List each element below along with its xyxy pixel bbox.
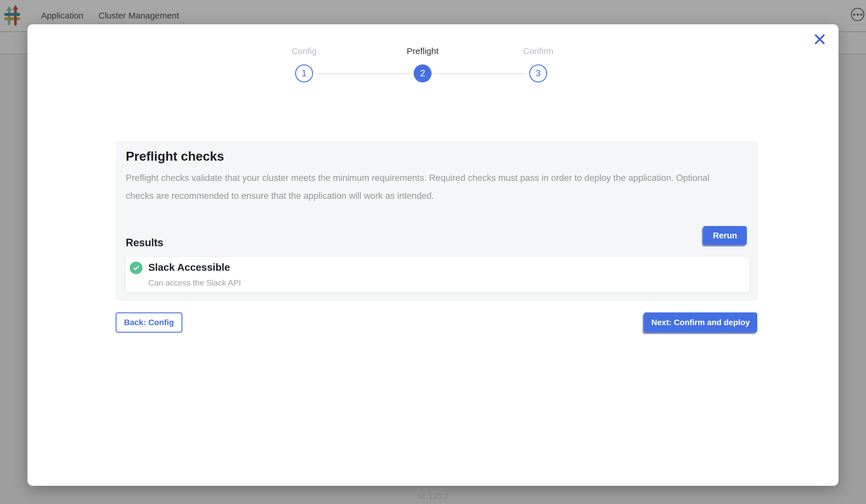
step-circle-config[interactable]: 1: [295, 65, 313, 82]
rerun-button[interactable]: Rerun: [703, 226, 747, 245]
step-label-confirm: Confirm: [492, 46, 585, 56]
step-number: 3: [536, 68, 541, 79]
check-circle-icon: [130, 261, 143, 274]
back-config-button[interactable]: Back: Config: [115, 312, 182, 333]
step-number: 1: [301, 68, 307, 79]
panel-title: Preflight checks: [126, 149, 224, 164]
next-confirm-deploy-button[interactable]: Next: Confirm and deploy: [644, 312, 757, 333]
check-detail: Can access the Slack API: [148, 278, 241, 288]
step-number: 2: [420, 68, 425, 79]
close-icon: [813, 42, 826, 46]
step-circle-confirm[interactable]: 3: [529, 65, 547, 82]
check-result-row: Slack Accessible Can access the Slack AP…: [126, 257, 749, 292]
panel-description: Preflight checks validate that your clus…: [126, 169, 736, 205]
check-name: Slack Accessible: [148, 261, 230, 273]
results-heading: Results: [126, 237, 163, 249]
preflight-checks-panel: Preflight checks Preflight checks valida…: [116, 141, 758, 301]
close-button[interactable]: [813, 33, 826, 46]
step-connector: [433, 73, 526, 74]
step-circle-preflight[interactable]: 2: [414, 65, 432, 82]
step-connector: [316, 73, 410, 74]
step-label-preflight: Preflight: [376, 46, 469, 56]
preflight-wizard-modal: Config Preflight Confirm 1 2 3 Preflight…: [27, 24, 839, 486]
step-label-config: Config: [258, 46, 350, 56]
